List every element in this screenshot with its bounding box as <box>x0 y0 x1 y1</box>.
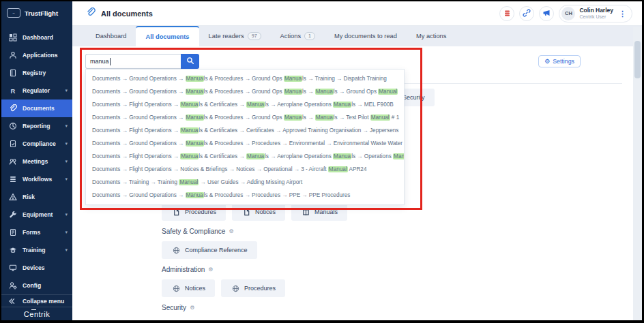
compliance-icon <box>8 140 18 148</box>
sidebar-item-config[interactable]: Config <box>1 277 72 294</box>
result-text: ls → Test Pilot <box>334 114 370 121</box>
tab-late-readers[interactable]: Late readers97 <box>199 26 271 46</box>
section-heading-safety-compliance: Safety & Compliance⚙ <box>162 228 544 235</box>
chevron-down-icon: ▾ <box>65 123 68 129</box>
gear-icon[interactable]: ⚙ <box>229 228 233 234</box>
section-heading-administration: Administration⚙ <box>162 266 544 273</box>
sidebar-item-compliance[interactable]: Compliance▾ <box>1 135 72 153</box>
tab-my-documents-to-read[interactable]: My documents to read <box>325 26 407 46</box>
chip-row: ProceduresNoticesManuals <box>162 203 544 221</box>
globe-icon <box>231 285 240 292</box>
sidebar-item-workflows[interactable]: Workflows▾ <box>1 170 72 188</box>
sidebar-item-label: Forms <box>23 229 40 236</box>
risk-icon <box>8 193 18 201</box>
kebab-menu-icon[interactable]: ⋮ <box>619 10 626 17</box>
queue-button[interactable] <box>499 6 514 21</box>
result-text: APR24 <box>348 166 367 172</box>
sidebar-item-training[interactable]: Training▾ <box>1 241 72 259</box>
result-text: ls & Certificates → Certificates → Appro… <box>199 127 398 134</box>
search-result-row[interactable]: Documents → Ground Operations → Manuals … <box>86 111 404 124</box>
sidebar-footer: Centrik <box>1 307 72 320</box>
result-text: → User Guides → Adding Missing Airport <box>199 179 302 185</box>
chip-label: Security <box>402 94 425 101</box>
search-button[interactable] <box>181 54 199 69</box>
search-result-row[interactable]: Documents → Flight Operations → Manuals … <box>86 150 404 163</box>
tab-label: Late readers <box>209 33 244 40</box>
search-result-row[interactable]: Documents → Ground Operations → Manuals … <box>86 189 404 202</box>
sidebar-item-label: Registry <box>23 70 46 76</box>
sidebar-item-documents[interactable]: Documents <box>1 99 72 117</box>
sidebar-item-dashboard[interactable]: Dashboard <box>1 29 72 46</box>
app-window: ~ TrustFlight DashboardApplicationsRegis… <box>1 1 642 320</box>
collapse-menu-button[interactable]: Collapse menu <box>1 294 72 307</box>
user-name: Colin Harley <box>579 7 613 14</box>
search-result-row[interactable]: Documents → Flight Operations → Manuals … <box>86 98 404 111</box>
registry-icon <box>8 69 18 77</box>
sidebar-item-label: Compliance <box>23 140 56 147</box>
tab-label: All documents <box>145 33 189 40</box>
category-chip-notices[interactable]: Notices <box>162 279 215 297</box>
workflows-icon <box>8 175 18 183</box>
result-text: ls & Procedures → Procedures → PPE → PPE… <box>204 192 351 198</box>
search-result-row[interactable]: Documents → Ground Operations → Manuals … <box>86 72 404 85</box>
section-heading-label: Administration <box>162 266 205 273</box>
dashboard-icon <box>8 33 18 42</box>
equipment-icon <box>8 211 18 219</box>
brand: ~ TrustFlight <box>1 1 72 23</box>
tab-my-actions[interactable]: My actions <box>407 26 456 46</box>
search-input[interactable]: manua <box>85 54 181 69</box>
search-result-row[interactable]: Documents → Training → Training Manual →… <box>86 176 404 189</box>
gear-icon[interactable]: ⚙ <box>208 266 213 273</box>
search-result-row[interactable]: Documents → Ground Operations → Manuals … <box>86 85 404 98</box>
category-chip-notices[interactable]: Notices <box>232 203 285 221</box>
chevron-down-icon: ▾ <box>65 176 68 182</box>
training-icon <box>8 246 18 254</box>
highlighted-match: Manua <box>186 114 204 121</box>
tab-badge: 97 <box>248 32 261 40</box>
sidebar-item-registry[interactable]: Registry <box>1 64 72 82</box>
megaphone-icon <box>542 7 551 20</box>
result-text: ls & Procedures → Procedures → Environme… <box>204 140 404 147</box>
search-result-row[interactable]: Documents → Flight Operations → Manuals … <box>86 124 404 137</box>
highlighted-match: Manua <box>180 102 199 108</box>
search-result-row[interactable]: Documents → Ground Operations → Manuals … <box>86 137 404 150</box>
gear-icon[interactable]: ⚙ <box>190 305 194 311</box>
result-text: # 1 <box>390 114 400 121</box>
sidebar-item-equipment[interactable]: Equipment▾ <box>1 206 72 224</box>
vertical-scrollbar[interactable] <box>633 27 642 320</box>
result-text: ls → MEL F900B <box>351 102 394 108</box>
sidebar-item-risk[interactable]: Risk <box>1 188 72 206</box>
sidebar-item-regulator[interactable]: RRegulator▾ <box>1 82 72 99</box>
scrollbar-thumb[interactable] <box>634 41 641 78</box>
sidebar-item-applications[interactable]: Applications <box>1 46 72 64</box>
category-chip-procedures[interactable]: Procedures <box>221 279 285 297</box>
document-icon <box>171 209 181 216</box>
result-text: ls → Aeroplane Operations <box>265 102 333 108</box>
tab-dashboard[interactable]: Dashboard <box>86 26 136 46</box>
sidebar-item-forms[interactable]: Forms▾ <box>1 224 72 241</box>
category-chip-manuals[interactable]: Manuals <box>291 203 347 221</box>
user-menu[interactable]: CH Colin Harley Centrik User ⋮ <box>559 5 632 22</box>
sidebar-item-label: Documents <box>23 105 55 112</box>
sidebar-item-label: Config <box>23 282 41 289</box>
documents-icon <box>8 104 18 112</box>
highlighted-match: Manua <box>186 140 204 147</box>
settings-button[interactable]: ⚙ Settings <box>538 55 581 67</box>
screenshot-frame: ~ TrustFlight DashboardApplicationsRegis… <box>0 0 644 323</box>
section-heading-label: Security <box>162 304 186 311</box>
result-text: ls & Certificates → <box>199 153 246 159</box>
announcements-button[interactable] <box>539 6 554 21</box>
category-chip-compliance-reference[interactable]: Compliance Reference <box>162 241 257 259</box>
category-chip-procedures[interactable]: Procedures <box>162 203 226 221</box>
sidebar-item-meetings[interactable]: Meetings▾ <box>1 153 72 170</box>
content: Security ProceduresNoticesManualsSafety … <box>72 46 642 320</box>
devices-icon <box>8 264 18 272</box>
sidebar-item-reporting[interactable]: Reporting▾ <box>1 117 72 135</box>
sidebar-item-label: Devices <box>23 264 45 271</box>
sidebar-item-devices[interactable]: Devices <box>1 259 72 277</box>
tab-actions[interactable]: Actions1 <box>271 26 325 46</box>
user-role: Centrik User <box>579 14 613 20</box>
link-button[interactable] <box>519 6 534 21</box>
tab-all-documents[interactable]: All documents <box>136 26 199 46</box>
search-result-row[interactable]: Documents → Flight Operations → Notices … <box>86 163 404 176</box>
